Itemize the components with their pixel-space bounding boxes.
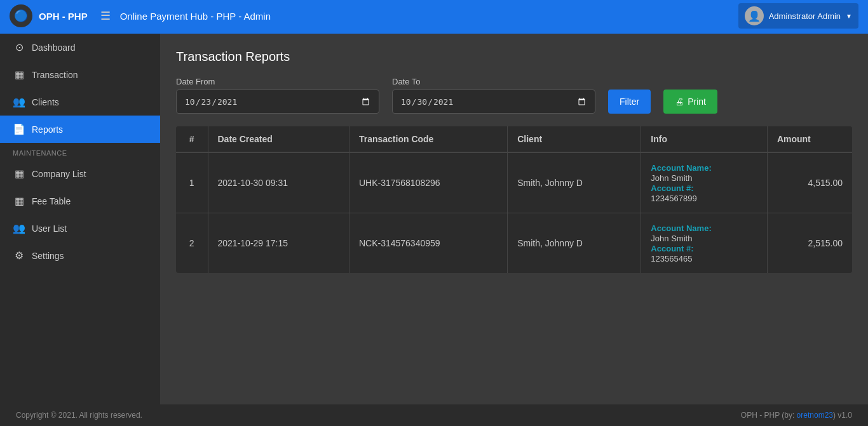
cell-info: Account Name: John Smith Account #: 1235… [641, 213, 768, 274]
footer-copyright: Copyright © 2021. All rights reserved. [16, 411, 142, 420]
sidebar-label-company-list: Company List [32, 169, 86, 179]
sidebar-item-company-list[interactable]: ▦ Company List [0, 160, 160, 187]
table-header-row: # Date Created Transaction Code Client I… [176, 126, 852, 152]
account-name-value: John Smith [651, 234, 692, 243]
account-name-label: Account Name: [651, 163, 711, 173]
sidebar-label-fee-table: Fee Table [32, 196, 71, 206]
brand: 🔵 OPH - PHP [10, 4, 88, 27]
clients-icon: 👥 [13, 96, 25, 108]
footer-version-link[interactable]: oretnom23 [797, 411, 833, 420]
account-name-label: Account Name: [651, 223, 711, 233]
filter-button[interactable]: Filter [608, 90, 651, 114]
cell-num: 2 [176, 213, 208, 274]
sidebar-label-transaction: Transaction [32, 70, 78, 80]
sidebar-item-fee-table[interactable]: ▦ Fee Table [0, 187, 160, 215]
navbar-title: Online Payment Hub - PHP - Admin [120, 11, 738, 22]
company-list-icon: ▦ [13, 168, 25, 180]
account-num-value: 123565465 [651, 254, 692, 263]
date-to-input[interactable] [392, 90, 595, 114]
cell-transaction-code: NCK-314576340959 [349, 213, 507, 274]
brand-name: OPH - PHP [39, 11, 88, 22]
sidebar-item-transaction[interactable]: ▦ Transaction [0, 61, 160, 88]
main-layout: ⊙ Dashboard ▦ Transaction 👥 Clients 📄 Re… [0, 34, 868, 404]
col-header-info: Info [641, 126, 768, 152]
settings-icon: ⚙ [13, 250, 25, 262]
filter-row: Date From Date To Filter 🖨 Print [176, 77, 852, 114]
account-num-label: Account #: [651, 244, 693, 253]
sidebar-label-reports: Reports [32, 124, 63, 135]
cell-client: Smith, Johnny D [508, 213, 641, 274]
sidebar-label-user-list: User List [32, 223, 67, 234]
cell-date-created: 2021-10-29 17:15 [208, 213, 349, 274]
footer-version-suffix: ) v1.0 [833, 411, 852, 420]
footer: Copyright © 2021. All rights reserved. O… [0, 404, 868, 426]
col-header-client: Client [508, 126, 641, 152]
hamburger-icon[interactable]: ☰ [100, 9, 111, 23]
col-header-transaction-code: Transaction Code [349, 126, 507, 152]
footer-version: OPH - PHP (by: oretnom23) v1.0 [741, 411, 852, 420]
account-num-value: 1234567899 [651, 194, 696, 203]
col-header-date-created: Date Created [208, 126, 349, 152]
avatar: 👤 [745, 6, 764, 25]
date-from-label: Date From [176, 77, 379, 86]
footer-version-text: OPH - PHP (by: [741, 411, 797, 420]
cell-transaction-code: UHK-317568108296 [349, 152, 507, 213]
fee-table-icon: ▦ [13, 195, 25, 207]
print-icon: 🖨 [675, 97, 684, 107]
sidebar-item-clients[interactable]: 👥 Clients [0, 88, 160, 116]
dropdown-arrow-icon: ▼ [846, 13, 852, 20]
print-label: Print [688, 97, 706, 107]
cell-client: Smith, Johnny D [508, 152, 641, 213]
cell-num: 1 [176, 152, 208, 213]
col-header-amount: Amount [767, 126, 852, 152]
cell-info: Account Name: John Smith Account #: 1234… [641, 152, 768, 213]
sidebar: ⊙ Dashboard ▦ Transaction 👥 Clients 📄 Re… [0, 34, 160, 404]
reports-icon: 📄 [13, 123, 25, 135]
content-area: Transaction Reports Date From Date To Fi… [160, 34, 868, 404]
transaction-icon: ▦ [13, 69, 25, 81]
transaction-table: # Date Created Transaction Code Client I… [176, 126, 852, 273]
sidebar-item-user-list[interactable]: 👥 User List [0, 215, 160, 242]
user-menu[interactable]: 👤 Adminstrator Admin ▼ [738, 3, 858, 29]
cell-amount: 4,515.00 [767, 152, 852, 213]
date-to-label: Date To [392, 77, 595, 86]
cell-date-created: 2021-10-30 09:31 [208, 152, 349, 213]
user-list-icon: 👥 [13, 222, 25, 234]
table-row: 2 2021-10-29 17:15 NCK-314576340959 Smit… [176, 213, 852, 274]
brand-logo: 🔵 [10, 4, 32, 27]
page-title: Transaction Reports [176, 50, 852, 64]
sidebar-label-clients: Clients [32, 97, 59, 107]
account-name-value: John Smith [651, 173, 692, 183]
transaction-table-container: # Date Created Transaction Code Client I… [176, 126, 852, 273]
navbar: 🔵 OPH - PHP ☰ Online Payment Hub - PHP -… [0, 0, 868, 32]
sidebar-item-dashboard[interactable]: ⊙ Dashboard [0, 34, 160, 61]
col-header-num: # [176, 126, 208, 152]
print-button[interactable]: 🖨 Print [663, 90, 717, 114]
date-from-group: Date From [176, 77, 379, 114]
sidebar-item-reports[interactable]: 📄 Reports [0, 116, 160, 143]
dashboard-icon: ⊙ [13, 41, 25, 53]
date-from-input[interactable] [176, 90, 379, 114]
sidebar-label-dashboard: Dashboard [32, 43, 76, 53]
table-row: 1 2021-10-30 09:31 UHK-317568108296 Smit… [176, 152, 852, 213]
sidebar-label-settings: Settings [32, 251, 64, 261]
username: Adminstrator Admin [769, 11, 841, 21]
account-num-label: Account #: [651, 183, 693, 193]
cell-amount: 2,515.00 [767, 213, 852, 274]
sidebar-item-settings[interactable]: ⚙ Settings [0, 242, 160, 269]
maintenance-section-label: Maintenance [0, 143, 160, 160]
date-to-group: Date To [392, 77, 595, 114]
